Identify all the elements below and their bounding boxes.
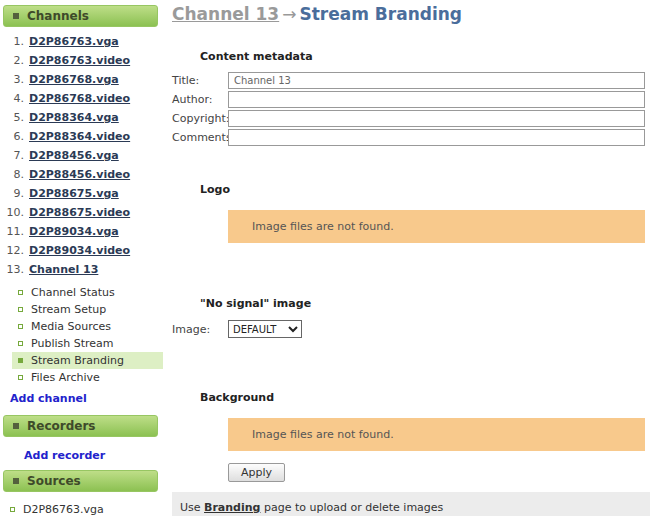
channel-number: 3. <box>0 73 24 86</box>
square-bullet-icon <box>10 507 15 512</box>
channel-list-item: 8.D2P88456.video <box>0 168 163 187</box>
footer-note: Use Branding page to upload or delete im… <box>172 492 650 516</box>
title-label: Title: <box>172 74 228 87</box>
sidebar-item-publish-stream[interactable]: Publish Stream <box>12 335 163 352</box>
add-channel-link[interactable]: Add channel <box>10 392 87 405</box>
background-notice-banner: Image files are not found. <box>228 418 645 451</box>
channel-link[interactable]: D2P88675.vga <box>29 187 119 200</box>
channel-list-item: 1.D2P86763.vga <box>0 35 163 54</box>
breadcrumb-arrow: → <box>279 4 299 24</box>
content-metadata-heading: Content metadata <box>200 50 645 63</box>
channel-link[interactable]: D2P88675.video <box>29 206 130 219</box>
no-signal-heading: "No signal" image <box>200 297 645 310</box>
no-signal-image-row: Image: DEFAULT <box>172 320 645 338</box>
channel-list-item: 11.D2P89034.vga <box>0 225 163 244</box>
sidebar: Channels 1.D2P86763.vga 2.D2P86763.video… <box>0 0 163 516</box>
form-row-copyright: Copyright: <box>172 109 645 128</box>
section-header-label: Sources <box>27 474 81 488</box>
square-bullet-icon <box>18 324 23 329</box>
channel-link[interactable]: D2P88456.video <box>29 168 130 181</box>
page: Channels 1.D2P86763.vga 2.D2P86763.video… <box>0 0 650 516</box>
channel-link[interactable]: D2P88364.video <box>29 130 130 143</box>
channel-link[interactable]: D2P86763.video <box>29 54 130 67</box>
channel-number: 4. <box>0 92 24 105</box>
channel-link[interactable]: D2P89034.video <box>29 244 130 257</box>
comments-label: Comments: <box>172 131 228 144</box>
branding-link[interactable]: Branding <box>204 501 260 514</box>
square-bullet-icon <box>13 478 19 484</box>
channel-list-item: 7.D2P88456.vga <box>0 149 163 168</box>
channel-list: 1.D2P86763.vga 2.D2P86763.video 3.D2P867… <box>0 35 163 282</box>
channel-number: 9. <box>0 187 24 200</box>
sidebar-section-channels: Channels <box>3 5 158 27</box>
footer-text-suffix: page to upload or delete images <box>260 501 443 514</box>
copyright-field[interactable] <box>228 110 645 127</box>
sidebar-item-stream-setup[interactable]: Stream Setup <box>12 301 163 318</box>
form-row-title: Title: <box>172 71 645 90</box>
section-header-label: Recorders <box>27 419 95 433</box>
channel-number: 5. <box>0 111 24 124</box>
square-bullet-icon <box>18 341 23 346</box>
channel-list-item: 6.D2P88364.video <box>0 130 163 149</box>
sidebar-item-channel-status[interactable]: Channel Status <box>12 284 163 301</box>
channel-list-item: 2.D2P86763.video <box>0 54 163 73</box>
channel-number: 8. <box>0 168 24 181</box>
sidebar-item-label: Stream Setup <box>31 303 106 316</box>
channel-list-item: 3.D2P86768.vga <box>0 73 163 92</box>
channel-link[interactable]: D2P89034.vga <box>29 225 119 238</box>
channel-link[interactable]: D2P88456.vga <box>29 149 119 162</box>
metadata-form: Title: Author: Copyright: Comments: <box>172 71 645 147</box>
comments-field[interactable] <box>228 129 645 146</box>
channel-link[interactable]: D2P88364.vga <box>29 111 119 124</box>
channel-number: 7. <box>0 149 24 162</box>
channel-number: 11. <box>0 225 24 238</box>
form-row-comments: Comments: <box>172 128 645 147</box>
channel-list-item: 9.D2P88675.vga <box>0 187 163 206</box>
add-recorder-link[interactable]: Add recorder <box>24 449 105 462</box>
apply-button[interactable]: Apply <box>228 463 285 482</box>
logo-notice-banner: Image files are not found. <box>228 210 645 243</box>
square-bullet-icon <box>13 423 19 429</box>
no-signal-image-select[interactable]: DEFAULT <box>228 320 302 338</box>
square-bullet-icon <box>18 375 23 380</box>
sidebar-section-sources: Sources <box>3 470 158 492</box>
channel-list-item: 5.D2P88364.vga <box>0 111 163 130</box>
page-title-current: Stream Branding <box>299 4 462 24</box>
channel-number: 10. <box>0 206 24 219</box>
page-title: Channel 13→Stream Branding <box>172 4 645 24</box>
title-field[interactable] <box>228 72 645 89</box>
main-content: Channel 13→Stream Branding Content metad… <box>163 0 650 516</box>
channel-number: 6. <box>0 130 24 143</box>
sidebar-item-label: Files Archive <box>31 371 100 384</box>
footer-text-prefix: Use <box>180 501 204 514</box>
sidebar-item-label: Publish Stream <box>31 337 114 350</box>
sidebar-item-label: Channel Status <box>31 286 115 299</box>
form-row-author: Author: <box>172 90 645 109</box>
channel-number: 1. <box>0 35 24 48</box>
channel-link[interactable]: D2P86763.vga <box>29 35 119 48</box>
breadcrumb-channel-link[interactable]: Channel 13 <box>172 4 279 24</box>
channel-list-item: 13.Channel 13 <box>0 263 163 282</box>
background-heading: Background <box>200 391 645 404</box>
copyright-label: Copyright: <box>172 112 228 125</box>
channel-submenu: Channel Status Stream Setup Media Source… <box>12 284 163 386</box>
square-bullet-icon <box>13 13 19 19</box>
sidebar-item-stream-branding[interactable]: Stream Branding <box>12 352 163 369</box>
channel-link[interactable]: D2P86768.vga <box>29 73 119 86</box>
author-field[interactable] <box>228 91 645 108</box>
image-label: Image: <box>172 323 228 336</box>
channel-link[interactable]: D2P86768.video <box>29 92 130 105</box>
channel-number: 12. <box>0 244 24 257</box>
sidebar-item-files-archive[interactable]: Files Archive <box>12 369 163 386</box>
sidebar-section-recorders: Recorders <box>3 415 158 437</box>
channel-link[interactable]: Channel 13 <box>29 263 98 276</box>
channel-list-item: 4.D2P86768.video <box>0 92 163 111</box>
sidebar-item-media-sources[interactable]: Media Sources <box>12 318 163 335</box>
channel-number: 2. <box>0 54 24 67</box>
sidebar-item-label: Stream Branding <box>31 354 124 367</box>
channel-list-item: 12.D2P89034.video <box>0 244 163 263</box>
source-item[interactable]: D2P86763.vga <box>0 500 163 516</box>
sidebar-item-label: Media Sources <box>31 320 111 333</box>
source-list: D2P86763.vga D2P86763.video <box>0 500 163 516</box>
channel-number: 13. <box>0 263 24 276</box>
